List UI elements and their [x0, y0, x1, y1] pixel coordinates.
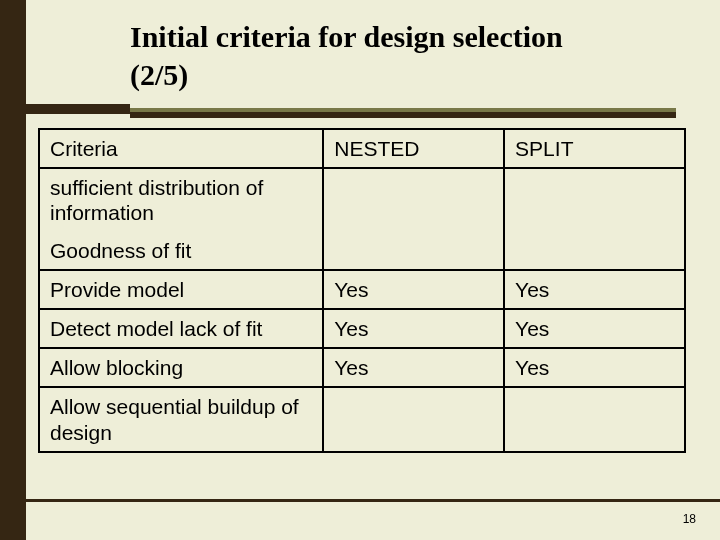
table-row: Provide model Yes Yes — [39, 270, 685, 309]
table-row: Allow blocking Yes Yes — [39, 348, 685, 387]
cell-criteria: Detect model lack of fit — [39, 309, 323, 348]
header-split: SPLIT — [504, 129, 685, 168]
cell-criteria: Provide model — [39, 270, 323, 309]
cell-split: Yes — [504, 348, 685, 387]
criteria-table: Criteria NESTED SPLIT sufficient distrib… — [38, 128, 686, 453]
cell-split — [504, 168, 685, 231]
cell-criteria: Goodness of fit — [39, 232, 323, 270]
cell-split: Yes — [504, 270, 685, 309]
cell-nested — [323, 232, 504, 270]
cell-criteria: Allow blocking — [39, 348, 323, 387]
cell-criteria: Allow sequential buildup of design — [39, 387, 323, 451]
cell-nested: Yes — [323, 270, 504, 309]
cell-nested: Yes — [323, 348, 504, 387]
table-row: Detect model lack of fit Yes Yes — [39, 309, 685, 348]
table-header-row: Criteria NESTED SPLIT — [39, 129, 685, 168]
slide-title-line1: Initial criteria for design selection — [130, 18, 696, 56]
page-number: 18 — [683, 512, 696, 526]
title-container: Initial criteria for design selection (2… — [26, 14, 696, 110]
title-underline — [130, 108, 676, 118]
slide-title-line2: (2/5) — [130, 56, 696, 94]
cell-nested — [323, 168, 504, 231]
cell-split — [504, 232, 685, 270]
table-row: Goodness of fit — [39, 232, 685, 270]
cell-split — [504, 387, 685, 451]
sidebar-stripe — [0, 0, 26, 540]
table-row: Allow sequential buildup of design — [39, 387, 685, 451]
footer-line — [26, 499, 720, 502]
cell-criteria: sufficient distribution of information — [39, 168, 323, 231]
cell-nested — [323, 387, 504, 451]
header-criteria: Criteria — [39, 129, 323, 168]
title-left-bar — [26, 104, 130, 114]
cell-split: Yes — [504, 309, 685, 348]
header-nested: NESTED — [323, 129, 504, 168]
cell-nested: Yes — [323, 309, 504, 348]
